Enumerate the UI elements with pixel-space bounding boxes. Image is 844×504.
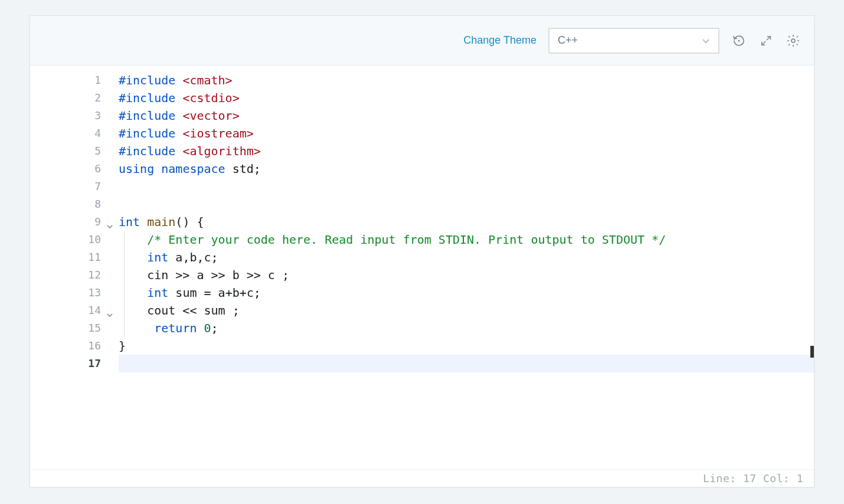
code-token: using: [119, 160, 154, 178]
code-line[interactable]: #include <iostream>: [119, 125, 814, 142]
gutter-line: 7: [30, 178, 119, 195]
code-token: #include: [119, 89, 175, 107]
code-token: cin >> a >> b >> c ;: [119, 266, 289, 284]
status-line-value: 17: [743, 472, 757, 485]
gutter-line: 17: [30, 355, 119, 372]
code-editor-panel: Change Theme C++ 12345678910111: [30, 15, 814, 487]
code-token: main: [147, 213, 175, 231]
code-token: int: [119, 213, 140, 231]
chevron-down-icon: [106, 311, 114, 319]
line-number: 8: [94, 195, 101, 213]
svg-point-3: [791, 39, 795, 42]
code-token: [175, 125, 182, 142]
code-token: #include: [119, 142, 175, 160]
fold-toggle[interactable]: [106, 218, 114, 226]
code-token: a,b,c;: [168, 248, 218, 266]
line-number: 10: [88, 231, 101, 248]
language-select[interactable]: C++: [548, 28, 719, 54]
reset-code-button[interactable]: [731, 33, 747, 48]
svg-point-0: [738, 40, 740, 41]
code-line[interactable]: using namespace std;: [119, 160, 814, 178]
code-token: <algorithm>: [182, 142, 260, 160]
line-number: 11: [88, 248, 101, 266]
change-theme-link[interactable]: Change Theme: [463, 34, 537, 47]
code-line[interactable]: int sum = a+b+c;: [119, 284, 814, 302]
code-token: [119, 231, 147, 248]
code-line[interactable]: [119, 195, 814, 213]
code-line[interactable]: [119, 355, 814, 372]
editor-toolbar: Change Theme C++: [30, 16, 814, 66]
code-token: [140, 213, 147, 231]
code-token: <cmath>: [182, 71, 232, 89]
settings-button[interactable]: [786, 33, 801, 48]
indent-guide: [124, 319, 125, 337]
code-token: [175, 71, 182, 89]
code-line[interactable]: /* Enter your code here. Read input from…: [119, 231, 814, 248]
chevron-down-icon: [106, 222, 114, 231]
line-number: 17: [88, 355, 101, 372]
code-line[interactable]: cout << sum ;: [119, 302, 814, 319]
indent-guide: [124, 266, 125, 284]
code-token: [119, 248, 147, 266]
code-token: /* Enter your code here. Read input from…: [147, 231, 666, 248]
code-token: [154, 160, 161, 178]
gutter-line: 12: [30, 266, 119, 284]
fold-toggle[interactable]: [106, 306, 114, 315]
code-line[interactable]: return 0;: [119, 319, 814, 337]
code-token: #include: [119, 71, 175, 89]
indent-guide: [124, 231, 125, 248]
gutter-line: 15: [30, 319, 119, 337]
gutter-line: 4: [30, 125, 119, 142]
code-token: () {: [175, 213, 204, 231]
code-line[interactable]: #include <vector>: [119, 107, 814, 125]
line-number: 12: [88, 266, 101, 284]
line-number: 14: [88, 302, 101, 319]
code-line[interactable]: #include <cstdio>: [119, 89, 814, 107]
editor-body[interactable]: 1234567891011121314151617 #include <cmat…: [30, 66, 814, 469]
line-number: 4: [94, 125, 101, 142]
reset-icon: [732, 34, 746, 48]
code-token: int: [147, 248, 168, 266]
code-line[interactable]: #include <cmath>: [119, 71, 814, 89]
code-token: int: [147, 284, 168, 302]
line-number: 16: [88, 337, 101, 355]
code-token: <vector>: [182, 107, 239, 125]
expand-icon: [760, 34, 773, 47]
indent-guide: [124, 284, 125, 302]
scroll-indicator[interactable]: [810, 346, 814, 358]
gutter-line: 5: [30, 142, 119, 160]
gutter-line: 6: [30, 160, 119, 178]
gutter-line: 10: [30, 231, 119, 248]
code-token: sum = a+b+c;: [168, 284, 261, 302]
gear-icon: [786, 34, 800, 48]
fullscreen-button[interactable]: [758, 33, 774, 48]
code-token: ;: [211, 319, 218, 337]
status-bar: Line: 17 Col: 1: [30, 469, 814, 487]
gutter-line: 8: [30, 195, 119, 213]
status-line-label: Line:: [703, 472, 737, 485]
code-token: [197, 319, 204, 337]
code-token: return: [154, 319, 197, 337]
code-token: [175, 107, 182, 125]
gutter-line: 16: [30, 337, 119, 355]
line-number: 3: [94, 107, 101, 125]
indent-guide: [124, 302, 125, 319]
code-token: cout << sum ;: [119, 302, 240, 319]
code-token: 0: [204, 319, 211, 337]
gutter-line: 14: [30, 302, 119, 319]
line-number: 7: [94, 178, 101, 195]
code-area[interactable]: #include <cmath>#include <cstdio>#includ…: [119, 71, 814, 469]
code-line[interactable]: int main() {: [119, 213, 814, 231]
gutter-line: 1: [30, 71, 119, 89]
chevron-down-icon: [702, 37, 710, 45]
line-number: 13: [88, 284, 101, 302]
code-line[interactable]: int a,b,c;: [119, 248, 814, 266]
line-number: 6: [94, 160, 101, 178]
code-line[interactable]: }: [119, 337, 814, 355]
code-line[interactable]: cin >> a >> b >> c ;: [119, 266, 814, 284]
line-number: 9: [94, 213, 101, 231]
code-line[interactable]: #include <algorithm>: [119, 142, 814, 160]
gutter-line: 3: [30, 107, 119, 125]
code-line[interactable]: [119, 178, 814, 195]
gutter-line: 2: [30, 89, 119, 107]
